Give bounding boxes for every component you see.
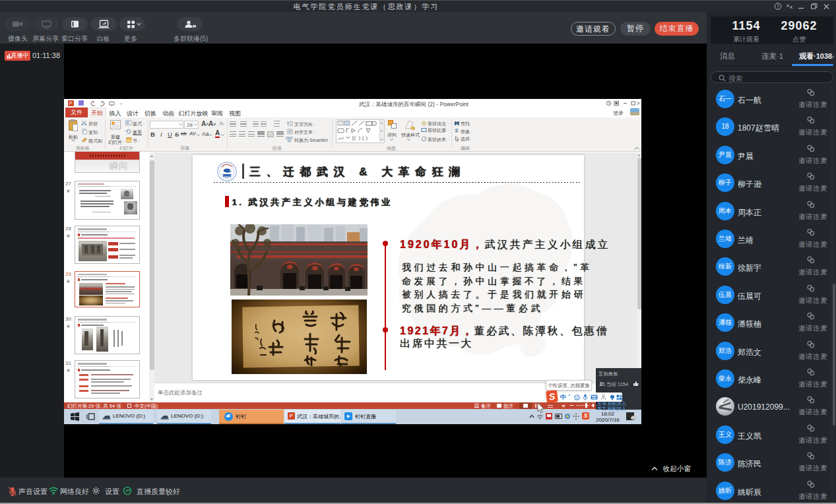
svg-text:?: ? <box>777 4 779 9</box>
svg-text:?: ? <box>608 102 610 106</box>
